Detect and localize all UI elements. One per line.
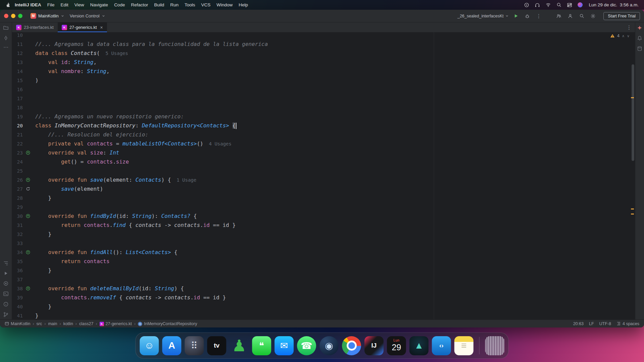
override-marker-icon[interactable] bbox=[26, 286, 30, 291]
line-number[interactable]: 17 bbox=[12, 96, 23, 101]
trash-dock-icon[interactable] bbox=[485, 336, 504, 355]
search-everywhere-button[interactable] bbox=[577, 12, 586, 20]
profile-button[interactable] bbox=[566, 12, 575, 20]
tab-27-generics-kt[interactable]: K27-generics.kt× bbox=[58, 22, 107, 32]
menu-refactor[interactable]: Refactor bbox=[128, 2, 151, 7]
line-number[interactable]: 18 bbox=[12, 105, 23, 110]
line-number[interactable]: 21 bbox=[12, 132, 23, 137]
services-tool-window-button[interactable] bbox=[3, 281, 9, 286]
breadcrumb-inmemorycontactrepository[interactable]: CInMemoryContactRepository bbox=[138, 321, 197, 326]
launchpad-dock-icon[interactable]: ⠿ bbox=[185, 336, 204, 355]
menu-edit[interactable]: Edit bbox=[58, 2, 71, 7]
stickies-dock-icon[interactable]: ≡ bbox=[454, 336, 474, 355]
line-number[interactable]: 11 bbox=[12, 42, 23, 47]
code-line[interactable]: override fun save(element: Contacts) { 1… bbox=[35, 177, 196, 183]
headphones-icon[interactable] bbox=[535, 2, 540, 8]
line-number[interactable]: 41 bbox=[12, 313, 23, 318]
more-actions-button[interactable]: ⋮ bbox=[534, 12, 543, 20]
menu-navigate[interactable]: Navigate bbox=[87, 2, 111, 7]
siri-icon[interactable] bbox=[578, 2, 583, 7]
menu-tools[interactable]: Tools bbox=[181, 2, 198, 7]
debug-button[interactable] bbox=[523, 12, 532, 20]
game-character-dock-icon[interactable]: ♟ bbox=[230, 336, 249, 355]
menu-run[interactable]: Run bbox=[167, 2, 181, 7]
project-tool-window-button[interactable] bbox=[3, 25, 9, 31]
finder-dock-icon[interactable]: ☺ bbox=[140, 336, 159, 355]
editor-scrollbar[interactable] bbox=[632, 64, 634, 161]
menu-vcs[interactable]: VCS bbox=[198, 2, 214, 7]
intellij-idea-dock-icon[interactable]: IJ bbox=[365, 336, 384, 355]
search-icon[interactable] bbox=[556, 2, 561, 7]
override-marker-icon[interactable] bbox=[26, 214, 30, 218]
line-number[interactable]: 40 bbox=[12, 304, 23, 309]
menu-view[interactable]: View bbox=[71, 2, 87, 7]
code-line[interactable]: override fun deleteEmailById(id: String)… bbox=[35, 285, 184, 292]
line-number[interactable]: 32 bbox=[12, 232, 23, 237]
line-number[interactable]: 26 bbox=[12, 177, 23, 183]
tab-23-interfaces-kt[interactable]: K23-interfaces.kt bbox=[12, 22, 58, 32]
code-line[interactable]: contacts.removeIf { contacts -> contacts… bbox=[35, 294, 226, 301]
code-line[interactable]: } bbox=[35, 231, 51, 237]
vscode-dock-icon[interactable]: ‹› bbox=[432, 336, 451, 355]
structure-tool-window-button[interactable] bbox=[3, 260, 9, 266]
mail-dock-icon[interactable]: ✉ bbox=[275, 336, 294, 355]
code-line[interactable]: val nombre: String, bbox=[35, 68, 110, 74]
breadcrumb-class27[interactable]: class27 bbox=[79, 321, 93, 326]
line-number[interactable]: 34 bbox=[12, 250, 23, 255]
code-line[interactable]: private val contacts = mutableListOf<Con… bbox=[35, 140, 231, 147]
caret-position[interactable]: 20:63 bbox=[573, 321, 584, 326]
code-line[interactable]: save(element) bbox=[35, 186, 103, 192]
menu-window[interactable]: Window bbox=[214, 2, 236, 7]
previous-problem-icon[interactable]: ∧ bbox=[622, 34, 625, 38]
screen-mirroring-icon[interactable] bbox=[524, 2, 529, 8]
warning-stripe-mark[interactable] bbox=[631, 97, 634, 98]
commit-tool-window-button[interactable] bbox=[3, 35, 9, 41]
usages-inlay-hint[interactable]: 1 Usage bbox=[171, 177, 197, 183]
chrome-dock-icon[interactable] bbox=[342, 336, 361, 355]
messages-dock-icon[interactable]: ❝ bbox=[252, 336, 271, 355]
line-separator[interactable]: LF bbox=[589, 321, 594, 326]
start-free-trial-button[interactable]: Start Free Trial bbox=[603, 12, 640, 20]
code-editor[interactable]: 1011//... Agregamos la data class para l… bbox=[12, 32, 635, 320]
apple-tv-dock-icon[interactable]: tv bbox=[207, 336, 226, 355]
run-button[interactable] bbox=[512, 12, 520, 20]
minimize-window-button[interactable] bbox=[11, 14, 15, 18]
code-line[interactable]: return contacts bbox=[35, 258, 110, 264]
line-number[interactable]: 36 bbox=[12, 268, 23, 273]
menu-intellij-idea[interactable]: IntelliJ IDEA bbox=[12, 2, 44, 7]
recursive-call-icon[interactable] bbox=[26, 187, 30, 191]
code-line[interactable]: class InMemoryContactRepository: Default… bbox=[35, 122, 236, 129]
app-store-dock-icon[interactable]: A bbox=[162, 336, 181, 355]
file-encoding[interactable]: UTF-8 bbox=[599, 321, 611, 326]
run-configuration-selector[interactable]: _26_sealed_interfacesKt bbox=[458, 14, 509, 18]
breadcrumb-mainkotlin[interactable]: MainKotlin bbox=[5, 321, 30, 326]
line-number[interactable]: 31 bbox=[12, 223, 23, 228]
code-line[interactable]: } bbox=[35, 195, 51, 201]
warning-stripe-mark[interactable] bbox=[631, 208, 634, 209]
line-number[interactable]: 20 bbox=[12, 123, 23, 128]
line-number[interactable]: 37 bbox=[12, 277, 23, 282]
line-number[interactable]: 14 bbox=[12, 69, 23, 74]
menubar-clock[interactable]: Lun 29 de dic. 3:56 a.m. bbox=[589, 2, 639, 7]
project-widget[interactable]: M MainKotlin bbox=[28, 12, 67, 20]
line-number[interactable]: 25 bbox=[12, 168, 23, 174]
line-number[interactable]: 39 bbox=[12, 295, 23, 300]
code-line[interactable]: return contacts.find { contacts -> conta… bbox=[35, 222, 235, 228]
line-number[interactable]: 33 bbox=[12, 241, 23, 246]
code-line[interactable]: ) bbox=[35, 77, 39, 83]
menu-file[interactable]: File bbox=[44, 2, 58, 7]
control-center-icon[interactable] bbox=[567, 2, 572, 8]
usages-inlay-hint[interactable]: 5 Usages bbox=[100, 51, 128, 56]
database-button[interactable] bbox=[637, 46, 642, 51]
run-tool-window-button[interactable] bbox=[3, 271, 8, 276]
notifications-button[interactable] bbox=[637, 36, 642, 41]
version-control-tool-window-button[interactable] bbox=[3, 312, 9, 317]
code-line[interactable]: } bbox=[35, 303, 51, 310]
indent-style[interactable]: 4 spaces bbox=[616, 321, 639, 326]
code-line[interactable]: } bbox=[35, 312, 39, 319]
menu-code[interactable]: Code bbox=[111, 2, 128, 7]
code-line[interactable]: override fun findAll(): List<Contacts> { bbox=[35, 249, 177, 255]
zoom-window-button[interactable] bbox=[18, 14, 22, 18]
line-number[interactable]: 29 bbox=[12, 204, 23, 210]
line-number[interactable]: 24 bbox=[12, 159, 23, 165]
